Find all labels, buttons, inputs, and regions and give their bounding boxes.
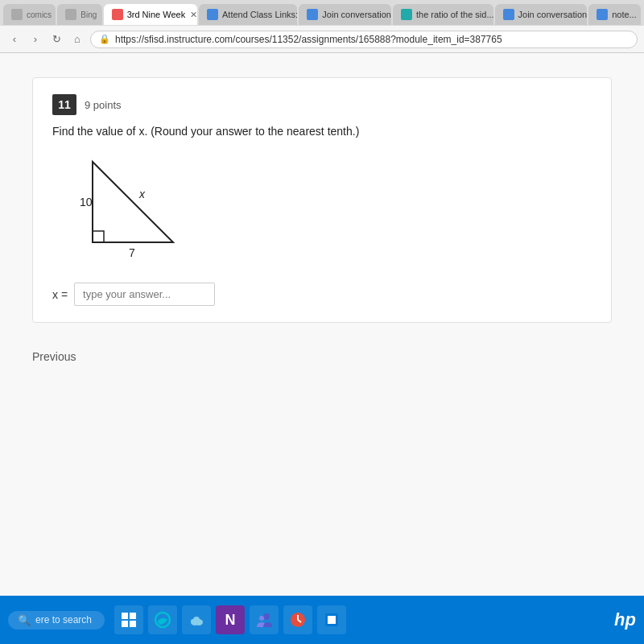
svg-rect-17 [328, 620, 332, 624]
tab-favicon-2 [207, 9, 218, 20]
svg-rect-2 [122, 621, 128, 627]
svg-point-8 [191, 619, 196, 624]
tab-favicon-active [112, 9, 123, 20]
question-header: 11 9 points [52, 94, 592, 115]
hp-logo: hp [614, 609, 636, 630]
svg-point-10 [259, 616, 264, 621]
svg-rect-16 [332, 616, 336, 620]
svg-point-9 [263, 613, 270, 620]
home-button[interactable]: ⌂ [69, 31, 85, 47]
label-hypotenuse: x [138, 188, 146, 200]
tab-favicon-6 [597, 9, 608, 20]
tab-3[interactable]: Join conversation [299, 4, 391, 25]
taskbar-windows-icon[interactable] [114, 605, 143, 634]
label-bottom-side: 7 [129, 246, 135, 259]
url-text: https://sfisd.instructure.com/courses/11… [115, 34, 502, 45]
answer-row: x = [52, 283, 592, 306]
triangle-diagram: 10 7 x [68, 154, 592, 266]
svg-rect-1 [130, 613, 136, 619]
tab-bar: comics Bing 3rd Nine Week ✕ Attend Class… [0, 0, 644, 26]
tab-4[interactable]: the ratio of the sid... [393, 4, 493, 25]
tab-5-label: Join conversation [518, 10, 588, 19]
address-bar-row: ‹ › ↻ ⌂ 🔒 https://sfisd.instructure.com/… [0, 26, 644, 53]
tab-favicon-prev1 [11, 9, 23, 20]
lock-icon: 🔒 [99, 34, 110, 44]
svg-rect-15 [328, 616, 332, 620]
search-icon: 🔍 [18, 614, 31, 626]
x-equals-label: x = [52, 288, 68, 301]
tab-active[interactable]: 3rd Nine Week ✕ [104, 4, 197, 25]
taskbar-store-icon[interactable] [317, 605, 346, 634]
forward-button[interactable]: › [27, 31, 43, 47]
question-points: 9 points [85, 99, 122, 111]
tab-5[interactable]: Join conversation [495, 4, 588, 25]
tab-4-label: the ratio of the sid... [416, 10, 493, 19]
taskbar-edge-icon[interactable] [148, 605, 177, 634]
tab-prev-2[interactable]: Bing [57, 4, 101, 25]
taskbar: 🔍 ere to search N [0, 596, 644, 644]
triangle-shape [93, 162, 173, 242]
taskbar-search[interactable]: 🔍 ere to search [8, 611, 105, 630]
svg-rect-18 [332, 620, 336, 624]
taskbar-search-text: ere to search [35, 614, 92, 625]
svg-rect-3 [130, 621, 136, 627]
answer-input[interactable] [74, 283, 215, 306]
svg-rect-0 [122, 613, 128, 619]
tab-2-label: Attend Class Links: [222, 10, 297, 19]
triangle-svg: 10 7 x [68, 154, 197, 266]
refresh-button[interactable]: ↻ [48, 31, 64, 47]
tab-active-label: 3rd Nine Week [127, 10, 186, 19]
taskbar-cloud-icon[interactable] [182, 605, 211, 634]
right-angle-box [93, 231, 104, 242]
tab-prev-1[interactable]: comics [3, 4, 56, 25]
taskbar-clock-icon[interactable] [283, 605, 312, 634]
tab-6-label: note... [612, 10, 637, 19]
taskbar-teams-icon[interactable] [250, 605, 279, 634]
page-content: 11 9 points Find the value of x. (Round … [0, 53, 644, 596]
browser-chrome: comics Bing 3rd Nine Week ✕ Attend Class… [0, 0, 644, 53]
tab-6[interactable]: note... [588, 4, 641, 25]
question-number: 11 [52, 94, 76, 115]
address-bar[interactable]: 🔒 https://sfisd.instructure.com/courses/… [90, 31, 638, 48]
previous-button[interactable]: Previous [32, 347, 76, 366]
tab-favicon-3 [307, 9, 318, 20]
tab-2[interactable]: Attend Class Links: [199, 4, 297, 25]
question-container: 11 9 points Find the value of x. (Round … [32, 77, 612, 323]
label-left-side: 10 [80, 196, 93, 208]
tab-favicon-prev2 [65, 9, 76, 20]
back-button[interactable]: ‹ [6, 31, 23, 47]
taskbar-onenote-icon[interactable]: N [216, 605, 245, 634]
tab-3-label: Join conversation [322, 10, 391, 19]
question-text: Find the value of x. (Round your answer … [52, 125, 592, 138]
tab-favicon-4 [401, 9, 412, 20]
tab-favicon-5 [503, 9, 514, 20]
